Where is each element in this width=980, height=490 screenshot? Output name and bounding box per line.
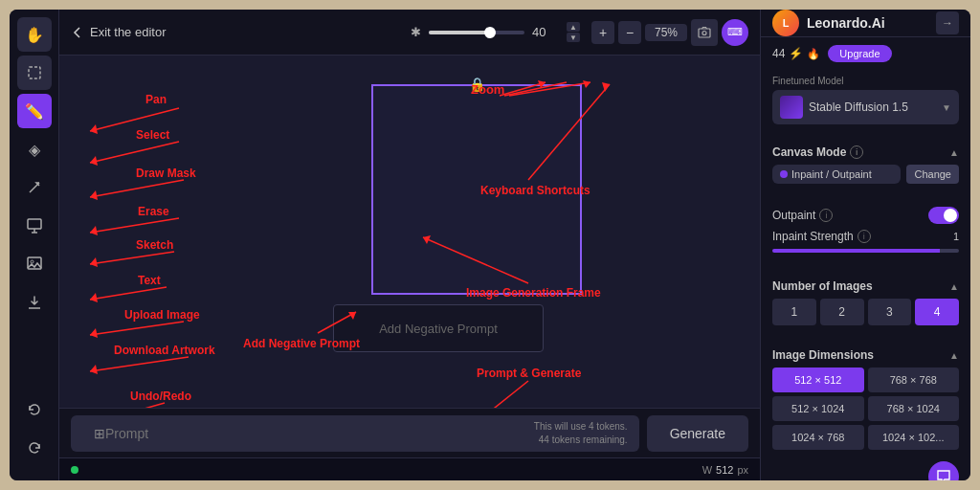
width-value: 512 bbox=[716, 464, 733, 476]
outpaint-toggle-row: Outpaint i bbox=[772, 207, 959, 224]
panel-header: L Leonardo.Ai → bbox=[761, 10, 970, 37]
dimensions-collapse-icon[interactable]: ▲ bbox=[949, 350, 959, 361]
svg-text:Select: Select bbox=[136, 128, 169, 142]
svg-line-19 bbox=[90, 218, 179, 233]
svg-line-16 bbox=[90, 180, 184, 197]
svg-text:Erase: Erase bbox=[138, 205, 169, 218]
svg-line-13 bbox=[90, 142, 179, 163]
sketch-tool-button[interactable] bbox=[17, 170, 52, 205]
download-artwork-button[interactable] bbox=[17, 285, 52, 320]
svg-rect-8 bbox=[699, 29, 710, 37]
canvas-mode-badge: Inpaint / Outpaint bbox=[772, 165, 901, 184]
width-field: W 512 px bbox=[702, 464, 748, 476]
text-tool-button[interactable] bbox=[17, 209, 52, 243]
brush-decrement[interactable]: ▼ bbox=[567, 33, 580, 42]
canvas-mode-value: Inpaint / Outpaint bbox=[791, 168, 872, 180]
outpaint-toggle-thumb bbox=[944, 209, 957, 222]
svg-marker-29 bbox=[90, 328, 98, 338]
svg-point-6 bbox=[31, 260, 33, 263]
num-images-collapse-icon[interactable]: ▲ bbox=[949, 281, 959, 292]
brush-value: 40 bbox=[532, 25, 559, 39]
inpaint-strength-info-icon[interactable]: i bbox=[858, 230, 871, 243]
svg-text:Upload Image: Upload Image bbox=[124, 308, 200, 322]
zoom-out-button[interactable]: − bbox=[618, 21, 641, 44]
pan-tool-button[interactable]: ✋ bbox=[17, 17, 52, 52]
canvas-mode-dot bbox=[780, 170, 788, 178]
svg-text:Prompt & Generate: Prompt & Generate bbox=[477, 367, 582, 380]
inpaint-strength-slider[interactable] bbox=[772, 249, 959, 253]
svg-text:Undo/Redo: Undo/Redo bbox=[130, 390, 191, 403]
chevron-down-icon: ▼ bbox=[942, 102, 951, 113]
svg-rect-0 bbox=[29, 67, 40, 78]
dim-768x1024[interactable]: 768 × 1024 bbox=[868, 396, 960, 421]
num-images-4[interactable]: 4 bbox=[915, 299, 959, 325]
outpaint-info-icon[interactable]: i bbox=[819, 209, 833, 222]
canvas-mode-section: Canvas Mode i ▲ Inpaint / Outpaint Chang… bbox=[761, 138, 970, 191]
upgrade-button[interactable]: Upgrade bbox=[828, 45, 891, 62]
brush-slider[interactable] bbox=[429, 31, 524, 34]
svg-point-9 bbox=[702, 31, 706, 34]
brush-stepper[interactable]: ▲ ▼ bbox=[567, 22, 580, 42]
upload-image-button[interactable] bbox=[17, 247, 52, 281]
model-name: Stable Diffusion 1.5 bbox=[809, 100, 936, 114]
credits-value: 44 bbox=[772, 47, 785, 60]
prompt-wrapper: ⊞ This will use 4 tokens. 44 tokens rema… bbox=[71, 415, 639, 452]
brush-increment[interactable]: ▲ bbox=[567, 22, 580, 32]
image-generation-frame[interactable]: 🔒 bbox=[371, 84, 582, 295]
zoom-in-button[interactable]: + bbox=[591, 21, 614, 44]
svg-line-34 bbox=[107, 403, 165, 408]
user-avatar: L bbox=[772, 10, 799, 36]
svg-marker-26 bbox=[90, 293, 98, 302]
erase-tool-button[interactable]: ◈ bbox=[17, 132, 52, 167]
credits-badge: 44 ⚡ 🔥 bbox=[772, 47, 820, 60]
model-selector[interactable]: Stable Diffusion 1.5 ▼ bbox=[772, 90, 959, 124]
negative-prompt-area[interactable]: Add Negative Prompt bbox=[333, 304, 544, 352]
credits-row: 44 ⚡ 🔥 Upgrade bbox=[761, 37, 970, 70]
right-panel: L Leonardo.Ai → 44 ⚡ 🔥 Upgrade Finetuned… bbox=[760, 10, 970, 480]
undo-button[interactable] bbox=[17, 392, 52, 427]
svg-rect-2 bbox=[28, 219, 41, 229]
dim-768x768[interactable]: 768 × 768 bbox=[868, 368, 960, 392]
svg-marker-32 bbox=[90, 365, 98, 374]
dim-1024x1024[interactable]: 1024 × 102... bbox=[868, 425, 960, 450]
dim-1024x768[interactable]: 1024 × 768 bbox=[772, 425, 864, 450]
main-editor-container: ✋ ✏️ ◈ bbox=[10, 10, 970, 480]
top-bar: Exit the editor ✱ 40 ▲ ▼ + bbox=[59, 10, 760, 56]
dim-490x980[interactable]: 490 × 980 bbox=[772, 396, 864, 421]
generate-button[interactable]: Generate bbox=[647, 415, 748, 452]
canvas-mode-change-button[interactable]: Change bbox=[906, 165, 959, 184]
left-toolbar: ✋ ✏️ ◈ bbox=[10, 10, 59, 480]
keyboard-shortcuts-button[interactable]: ⌨ bbox=[722, 19, 748, 46]
select-tool-button[interactable] bbox=[17, 56, 52, 90]
negative-prompt-label: Add Negative Prompt bbox=[379, 322, 498, 336]
draw-mask-tool-button[interactable]: ✏️ bbox=[17, 94, 52, 128]
canvas-content: 🔒 Add Negative Prompt Pan Select bbox=[59, 56, 760, 408]
svg-text:Pan: Pan bbox=[145, 93, 167, 106]
num-images-1[interactable]: 1 bbox=[772, 299, 816, 325]
zoom-controls: + − 75% ⌨ bbox=[591, 19, 748, 46]
redo-button[interactable] bbox=[17, 431, 52, 465]
num-images-title: Number of Images bbox=[772, 279, 873, 293]
screenshot-button[interactable] bbox=[691, 19, 718, 46]
image-dimensions-title: Image Dimensions bbox=[772, 348, 874, 362]
svg-line-10 bbox=[90, 108, 179, 131]
chat-button[interactable] bbox=[928, 461, 959, 480]
svg-marker-44 bbox=[602, 82, 610, 92]
canvas-mode-info-icon[interactable]: i bbox=[850, 145, 863, 159]
svg-text:Draw Mask: Draw Mask bbox=[136, 167, 196, 180]
outpaint-toggle[interactable] bbox=[928, 207, 959, 224]
svg-line-25 bbox=[90, 287, 167, 300]
svg-marker-17 bbox=[90, 190, 98, 200]
svg-text:Text: Text bbox=[138, 274, 161, 287]
brand-label: Leonardo.Ai bbox=[807, 15, 928, 31]
dim-512x512[interactable]: 512 × 512 bbox=[772, 368, 864, 392]
panel-collapse-button[interactable]: → bbox=[936, 11, 959, 34]
svg-line-52 bbox=[480, 381, 528, 408]
lightning-icon: ⚡ bbox=[789, 47, 803, 60]
canvas-mode-title: Canvas Mode bbox=[772, 145, 846, 159]
num-images-3[interactable]: 3 bbox=[868, 299, 912, 325]
canvas-mode-collapse-icon[interactable]: ▲ bbox=[949, 147, 959, 158]
width-unit: px bbox=[737, 464, 748, 476]
exit-editor-button[interactable]: Exit the editor bbox=[71, 25, 167, 39]
num-images-2[interactable]: 2 bbox=[820, 299, 864, 325]
